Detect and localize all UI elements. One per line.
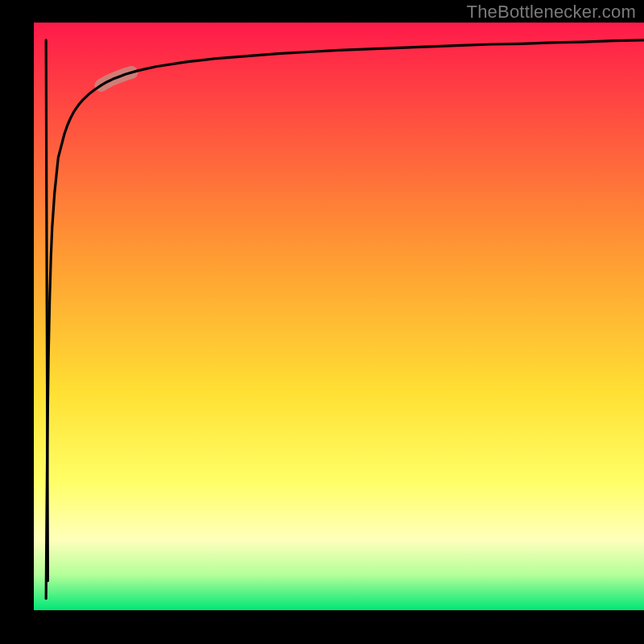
plot-area (34, 23, 644, 610)
chart-frame: TheBottlenecker.com (0, 0, 644, 644)
gradient-background (34, 23, 644, 610)
initial-spike (46, 40, 47, 581)
watermark-text: TheBottlenecker.com (467, 2, 636, 23)
chart-svg (34, 23, 644, 610)
